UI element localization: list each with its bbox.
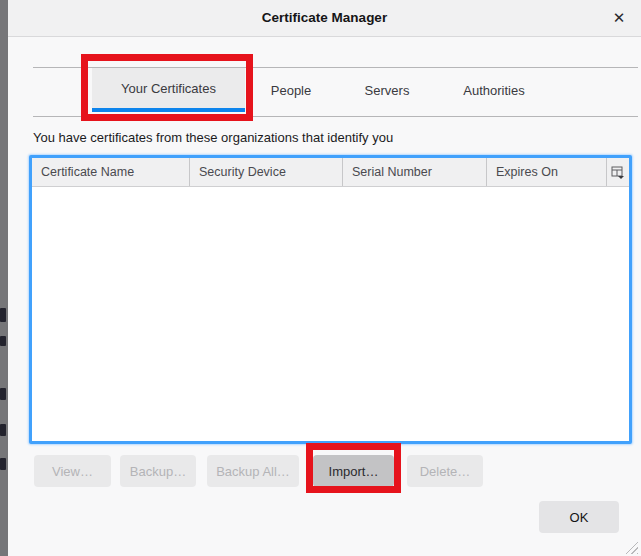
background-artifact bbox=[0, 388, 6, 400]
tab-servers[interactable]: Servers bbox=[352, 68, 422, 112]
backup-button: Backup… bbox=[120, 455, 196, 487]
background-artifact bbox=[0, 458, 6, 470]
certificate-list-body-empty[interactable] bbox=[32, 187, 629, 441]
title-bar: Certificate Manager ✕ bbox=[8, 0, 641, 37]
certificate-manager-dialog: Certificate Manager ✕ Your Certificates … bbox=[8, 0, 641, 556]
column-picker-icon bbox=[611, 166, 624, 179]
background-artifact bbox=[0, 424, 6, 436]
delete-button: Delete… bbox=[407, 455, 483, 487]
column-header-serial-number[interactable]: Serial Number bbox=[343, 158, 487, 186]
backup-button-label: Backup… bbox=[130, 464, 186, 479]
tab-description-text: You have certificates from these organiz… bbox=[33, 130, 393, 145]
background-artifact bbox=[0, 336, 6, 346]
background-artifact bbox=[0, 308, 6, 322]
import-button[interactable]: Import… bbox=[313, 455, 394, 487]
ok-button[interactable]: OK bbox=[539, 501, 619, 533]
import-button-label: Import… bbox=[329, 464, 379, 479]
delete-button-label: Delete… bbox=[420, 464, 471, 479]
view-button-label: View… bbox=[52, 464, 93, 479]
tab-label: Your Certificates bbox=[121, 81, 216, 96]
tab-label: Servers bbox=[365, 83, 410, 98]
column-header-expires-on[interactable]: Expires On bbox=[487, 158, 607, 186]
tab-authorities[interactable]: Authorities bbox=[452, 68, 536, 112]
view-button: View… bbox=[34, 455, 111, 487]
column-picker-button[interactable] bbox=[607, 158, 628, 186]
close-icon[interactable]: ✕ bbox=[609, 8, 629, 28]
column-header-certificate-name[interactable]: Certificate Name bbox=[32, 158, 190, 186]
tab-people[interactable]: People bbox=[258, 68, 324, 112]
ok-button-label: OK bbox=[570, 510, 589, 525]
tab-label: Authorities bbox=[463, 83, 524, 98]
backup-all-button: Backup All… bbox=[207, 455, 299, 487]
certificate-list-header: Certificate Name Security Device Serial … bbox=[32, 158, 629, 187]
dialog-title: Certificate Manager bbox=[8, 0, 641, 36]
tab-label: People bbox=[271, 83, 311, 98]
certificate-list[interactable]: Certificate Name Security Device Serial … bbox=[29, 155, 632, 444]
tab-strip-divider-bottom bbox=[33, 116, 638, 117]
tab-your-certificates[interactable]: Your Certificates bbox=[92, 68, 245, 112]
resize-grip-icon[interactable] bbox=[621, 537, 638, 554]
column-header-security-device[interactable]: Security Device bbox=[190, 158, 343, 186]
backup-all-button-label: Backup All… bbox=[216, 464, 290, 479]
background-page-strip bbox=[0, 0, 8, 556]
